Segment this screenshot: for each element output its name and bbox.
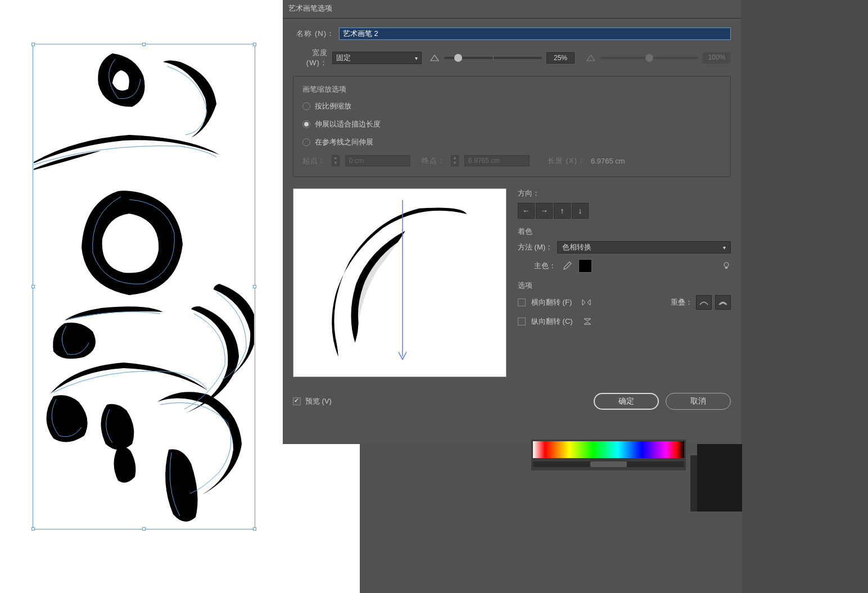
start-spinner: ▲▼ bbox=[332, 155, 340, 166]
scale-opt-stretch[interactable]: 伸展以适合描边长度 bbox=[302, 119, 721, 129]
preview-checkbox[interactable]: 预览 (V) bbox=[293, 396, 332, 406]
direction-left[interactable]: ← bbox=[518, 203, 535, 219]
name-input[interactable] bbox=[339, 28, 731, 40]
svg-rect-2 bbox=[725, 267, 727, 269]
direction-label: 方向： bbox=[518, 188, 731, 198]
scale-opt-guides[interactable]: 在参考线之间伸展 bbox=[302, 137, 721, 147]
direction-up[interactable]: ↑ bbox=[554, 203, 571, 219]
start-label: 起点： bbox=[302, 156, 326, 166]
length-value: 6.9765 cm bbox=[591, 157, 625, 165]
chevron-down-icon: ▾ bbox=[723, 245, 726, 251]
end-spinner: ▲▼ bbox=[451, 155, 459, 166]
scale-opt-proportional[interactable]: 按比例缩放 bbox=[302, 101, 721, 111]
flip-h-icon bbox=[581, 298, 592, 306]
method-label: 方法 (M)： bbox=[518, 242, 553, 252]
length-label: 长度 (X)： bbox=[548, 156, 585, 166]
direction-right[interactable]: → bbox=[536, 203, 553, 219]
width-pct-1[interactable]: 25% bbox=[546, 52, 575, 64]
direction-section: 方向： ← → ↑ ↓ bbox=[518, 188, 731, 219]
overlap-label: 重叠： bbox=[671, 297, 693, 307]
color-spectrum-panel[interactable] bbox=[531, 440, 686, 470]
dialog-title: 艺术画笔选项 bbox=[283, 0, 741, 19]
keycolor-label: 主色： bbox=[518, 261, 556, 271]
side-panel-dark bbox=[697, 444, 742, 511]
width-slider-2 bbox=[600, 57, 698, 59]
pressure-icon bbox=[430, 54, 440, 62]
end-label: 终点： bbox=[422, 156, 445, 166]
flip-v-icon bbox=[582, 318, 593, 325]
overlap-mode-2[interactable] bbox=[715, 295, 731, 310]
options-section: 选项 横向翻转 (F) 重叠： 纵向翻转 (C) bbox=[518, 280, 731, 333]
art-brush-options-dialog: 艺术画笔选项 名称 (N)： 宽度 (W)： 固定▾ 25% 100% 画笔缩放… bbox=[283, 0, 741, 444]
flip-v-checkbox[interactable] bbox=[518, 318, 526, 325]
width-slider-1[interactable] bbox=[444, 57, 542, 59]
name-label: 名称 (N)： bbox=[293, 29, 334, 39]
panel-scrollbar[interactable] bbox=[533, 461, 684, 467]
flip-h-checkbox[interactable] bbox=[518, 298, 526, 306]
calligraphy-artwork bbox=[34, 45, 254, 528]
spectrum-bar[interactable] bbox=[533, 441, 684, 458]
flip-v-label: 纵向翻转 (C) bbox=[531, 316, 573, 327]
ok-button[interactable]: 确定 bbox=[594, 393, 659, 410]
width-label: 宽度 (W)： bbox=[293, 48, 328, 68]
options-label: 选项 bbox=[518, 280, 731, 291]
tips-icon[interactable] bbox=[722, 261, 731, 270]
end-input: 6.9765 cm bbox=[464, 155, 530, 166]
chevron-down-icon: ▾ bbox=[415, 55, 418, 61]
keycolor-swatch[interactable] bbox=[578, 259, 592, 273]
colorize-section: 着色 方法 (M)： 色相转换▾ 主色： bbox=[518, 227, 731, 273]
flip-h-label: 横向翻转 (F) bbox=[531, 297, 572, 307]
width-pct-2: 100% bbox=[703, 52, 731, 64]
artboard-selection[interactable] bbox=[34, 45, 254, 528]
eyedropper-icon[interactable] bbox=[562, 260, 573, 271]
cancel-button[interactable]: 取消 bbox=[666, 393, 731, 410]
width-mode-select[interactable]: 固定▾ bbox=[332, 52, 422, 64]
svg-point-1 bbox=[724, 262, 729, 267]
start-input: 0 cm bbox=[345, 155, 410, 166]
pressure-icon-2 bbox=[586, 54, 596, 62]
brush-preview bbox=[293, 188, 507, 377]
direction-down[interactable]: ↓ bbox=[572, 203, 589, 219]
side-panel-edge bbox=[690, 455, 697, 511]
colorize-label: 着色 bbox=[518, 227, 731, 237]
method-select[interactable]: 色相转换▾ bbox=[557, 241, 731, 254]
overlap-mode-1[interactable] bbox=[696, 295, 712, 310]
brush-scale-group: 画笔缩放选项 按比例缩放 伸展以适合描边长度 在参考线之间伸展 起点： ▲▼ 0… bbox=[293, 76, 731, 177]
scale-group-title: 画笔缩放选项 bbox=[302, 84, 721, 94]
